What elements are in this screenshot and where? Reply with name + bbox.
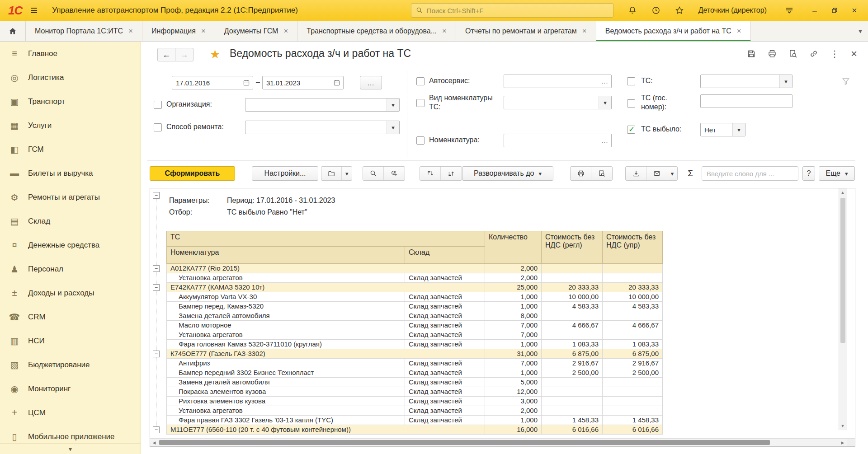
chevron-down-icon[interactable] xyxy=(667,167,677,180)
report-detail-row[interactable]: Установка агрегатовСклад запчастей2,000 xyxy=(167,406,663,416)
restore-icon[interactable] xyxy=(831,6,838,15)
vertical-scrollbar[interactable] xyxy=(839,188,847,430)
autoservice-field[interactable]: ... xyxy=(504,75,612,88)
sidebar-item-bilety[interactable]: ▬Билеты и выручка xyxy=(0,161,141,185)
notifications-bell-icon[interactable] xyxy=(628,6,637,15)
chevron-down-icon[interactable] xyxy=(779,75,792,88)
report-detail-row[interactable]: Бампер перед. Камаз-5320Склад запчастей1… xyxy=(167,302,663,311)
vehicle-retired-checkbox[interactable] xyxy=(627,126,635,134)
report-detail-row[interactable]: Покраска элементов кузоваСклад запчастей… xyxy=(167,387,663,397)
generate-button[interactable]: Сформировать xyxy=(150,166,235,181)
autoservice-checkbox[interactable] xyxy=(416,77,425,85)
chevron-down-icon[interactable] xyxy=(387,98,399,111)
report-detail-row[interactable]: Масло моторноеСклад запчастей7,0004 666,… xyxy=(167,321,663,330)
vehicle-retired-combo[interactable]: Нет xyxy=(700,123,745,136)
global-search-input[interactable] xyxy=(427,7,609,14)
tab-repair-reports[interactable]: Отчеты по ремонтам и агрегатам× xyxy=(456,21,596,41)
quick-search-input[interactable] xyxy=(702,166,798,181)
send-email-icon[interactable] xyxy=(646,167,667,180)
report-group-row[interactable]: А012КА777 (Rio 2015)2,000 xyxy=(167,264,663,273)
collapse-group-icon[interactable]: − xyxy=(153,284,160,291)
calendar-icon[interactable] xyxy=(240,76,253,89)
report-detail-row[interactable]: Рихтовка элементов кузоваСклад запчастей… xyxy=(167,397,663,406)
report-detail-row[interactable]: Замена деталей автомобиляСклад запчастей… xyxy=(167,311,663,321)
tab-close-icon[interactable]: × xyxy=(283,27,288,36)
organization-combo[interactable] xyxy=(245,98,400,112)
report-group-row[interactable]: К745ОЕ777 (Газель ГАЗ-3302)31,0006 875,0… xyxy=(167,349,663,359)
vehicle-combo[interactable] xyxy=(700,75,793,88)
nomenclature-field[interactable]: ... xyxy=(504,134,612,147)
repair-method-checkbox[interactable] xyxy=(154,123,162,131)
vertical-scroll-thumb[interactable] xyxy=(840,198,845,343)
organization-checkbox[interactable] xyxy=(154,101,162,109)
nomenclature-type-checkbox[interactable] xyxy=(416,99,425,107)
horizontal-scrollbar[interactable] xyxy=(150,438,847,446)
chevron-down-icon[interactable] xyxy=(599,96,611,109)
expand-to-button[interactable]: Разворачивать до xyxy=(462,166,553,181)
print-icon[interactable] xyxy=(571,167,591,180)
col-header-qty[interactable]: Количество xyxy=(485,231,542,264)
scroll-left-icon[interactable] xyxy=(150,439,158,447)
col-header-ts[interactable]: ТС xyxy=(167,231,485,247)
sidebar-item-csm[interactable]: +ЦСМ xyxy=(0,401,141,425)
sidebar-item-dengi[interactable]: ¤Денежные средства xyxy=(0,233,141,257)
report-detail-row[interactable]: Бампер передний 3302 Бизнес ТехнопластСк… xyxy=(167,368,663,378)
date-to-field[interactable]: 31.01.2023 xyxy=(262,76,344,89)
sidebar-item-sklad[interactable]: ▤Склад xyxy=(0,209,141,233)
tab-close-icon[interactable]: × xyxy=(128,27,133,36)
sum-sigma-icon[interactable]: Σ xyxy=(683,166,698,181)
nomenclature-checkbox[interactable] xyxy=(416,136,425,145)
tab-information[interactable]: Информация× xyxy=(142,21,215,41)
col-header-sklad[interactable]: Склад xyxy=(405,247,485,264)
sidebar-item-glavnoe[interactable]: ≡Главное xyxy=(0,42,141,66)
sidebar-item-transport[interactable]: ▣Транспорт xyxy=(0,89,141,113)
sidebar-item-budget[interactable]: ▧Бюджетирование xyxy=(0,353,141,377)
favorites-star-icon[interactable] xyxy=(675,6,684,15)
service-menu-icon[interactable] xyxy=(785,6,794,15)
tab-gsm-documents[interactable]: Документы ГСМ× xyxy=(215,21,298,41)
scroll-up-icon[interactable] xyxy=(839,188,847,197)
forward-button[interactable] xyxy=(175,48,193,61)
tab-close-icon[interactable]: × xyxy=(582,27,587,36)
vehicle-plate-input[interactable] xyxy=(700,94,793,108)
sidebar-item-remonty[interactable]: ⚙Ремонты и агрегаты xyxy=(0,185,141,209)
collapse-group-icon[interactable]: − xyxy=(153,265,160,272)
more-button[interactable]: Еще xyxy=(819,166,855,181)
main-menu-icon[interactable] xyxy=(29,6,38,15)
horizontal-scroll-thumb[interactable] xyxy=(159,440,770,445)
print-preview-icon[interactable] xyxy=(591,167,612,180)
report-detail-row[interactable]: Фара правая ГАЗ 3302 Газель '03-13 капля… xyxy=(167,416,663,425)
vehicle-plate-checkbox[interactable] xyxy=(627,99,635,108)
chevron-down-icon[interactable] xyxy=(387,121,399,134)
tab-close-icon[interactable]: × xyxy=(442,27,447,36)
repair-method-combo[interactable] xyxy=(245,121,400,134)
tab-home[interactable] xyxy=(0,21,26,41)
vehicle-checkbox[interactable] xyxy=(627,77,635,85)
scroll-right-icon[interactable] xyxy=(839,439,847,447)
collapse-group-icon[interactable]: − xyxy=(153,426,160,433)
scroll-down-icon[interactable] xyxy=(839,422,847,430)
period-options-button[interactable]: ... xyxy=(360,76,382,89)
calendar-icon[interactable] xyxy=(330,76,343,89)
report-detail-row[interactable]: Аккумулятор Varta VX-30Склад запчастей1,… xyxy=(167,292,663,302)
find-next-icon[interactable] xyxy=(384,167,405,180)
collapse-group-icon[interactable]: − xyxy=(153,351,160,357)
tab-vehicles[interactable]: Транспортные средства и оборудова...× xyxy=(297,21,456,41)
report-variant-folder-icon[interactable] xyxy=(321,167,342,180)
date-from-field[interactable]: 17.01.2016 xyxy=(172,76,253,89)
choose-value-icon[interactable]: ... xyxy=(599,75,611,88)
find-icon[interactable] xyxy=(363,167,384,180)
expand-groups-icon[interactable] xyxy=(441,167,462,180)
sidebar-item-crm[interactable]: ☎CRM xyxy=(0,305,141,329)
settings-button[interactable]: Настройки... xyxy=(252,166,318,181)
print-icon[interactable] xyxy=(768,49,777,58)
sidebar-item-monitoring[interactable]: ◉Мониторинг xyxy=(0,377,141,401)
filter-funnel-icon[interactable] xyxy=(841,77,850,86)
report-group-row[interactable]: М11ОЕ777 (6560-110 (20 т. с 40 футовым к… xyxy=(167,425,663,435)
close-window-icon[interactable] xyxy=(851,6,858,15)
back-button[interactable] xyxy=(157,48,175,61)
report-detail-row[interactable]: Замена деталей автомобиляСклад запчастей… xyxy=(167,378,663,387)
sidebar-item-gsm[interactable]: ◧ГСМ xyxy=(0,137,141,161)
tabs-overflow-icon[interactable] xyxy=(853,21,868,41)
global-search[interactable] xyxy=(411,3,613,18)
